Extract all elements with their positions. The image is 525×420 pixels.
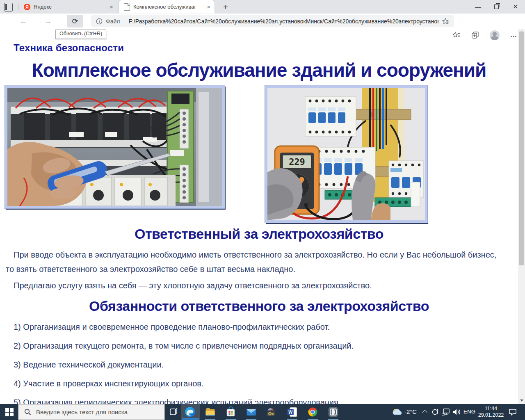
- web-page: Техника безопасности Комплексное обслужи…: [0, 29, 525, 404]
- task-view-button[interactable]: [166, 404, 182, 420]
- tab-yandex-title: Яндекс: [34, 4, 52, 10]
- start-button[interactable]: [0, 404, 18, 420]
- page-title: Комплексное обслуживание зданий и сооруж…: [0, 59, 518, 81]
- paragraph-1: При вводе объекта в эксплуатацию необход…: [6, 248, 503, 276]
- weather-cloud-icon[interactable]: [392, 408, 403, 416]
- run-indicator: [308, 419, 318, 420]
- taskbar-search-box[interactable]: Введите здесь текст для поиска: [18, 404, 165, 420]
- profile-avatar[interactable]: [490, 30, 500, 40]
- tab-separator: [18, 4, 18, 10]
- taskbar-explorer-button[interactable]: [205, 406, 216, 418]
- taskbar-word-button[interactable]: [287, 406, 298, 418]
- network-icon[interactable]: [441, 409, 450, 415]
- address-url-text: F:/Разработка%20сайтов/Сайт%20обслуживан…: [128, 18, 438, 25]
- section2-heading: Обязанности ответственного за электрохоз…: [0, 298, 518, 314]
- edge-run-indicator: [182, 418, 199, 420]
- taskbar-wallet-app-button[interactable]: [265, 406, 276, 418]
- new-tab-button[interactable]: +: [220, 1, 231, 13]
- address-scheme-label: Файл: [106, 18, 120, 25]
- chrome-icon: [307, 406, 318, 418]
- word-icon: [287, 406, 298, 418]
- tray-time: 11:44: [475, 405, 507, 412]
- page-favicon-icon: [124, 3, 130, 11]
- yandex-favicon-icon: Я: [24, 4, 30, 10]
- run-indicator: [205, 419, 215, 420]
- refresh-icon: ⟳: [72, 17, 78, 26]
- browser-tab-bar: Я Яндекс × Комплексное обслуживание зд ×…: [0, 0, 525, 14]
- window-close-button[interactable]: ×: [506, 0, 525, 13]
- photo1-illustration: [7, 88, 222, 206]
- avatar-head: [493, 32, 497, 36]
- vertical-tabs-icon[interactable]: [4, 3, 13, 11]
- taskbar-chrome-button[interactable]: [307, 406, 318, 418]
- run-indicator: [226, 419, 236, 420]
- mail-icon: [246, 406, 257, 418]
- taskbar-mail-button[interactable]: [246, 406, 257, 418]
- search-placeholder: Введите здесь текст для поиска: [36, 409, 128, 415]
- tray-chevron-up-icon[interactable]: [422, 410, 427, 415]
- tray-date: 29.01.2022: [475, 412, 507, 418]
- photo-multimeter-breakers: 229: [265, 85, 427, 223]
- tab-yandex[interactable]: Я Яндекс ×: [20, 0, 117, 14]
- add-favorite-star-icon[interactable]: [442, 18, 449, 25]
- scroll-down-icon[interactable]: [518, 397, 525, 404]
- tab-active-maintenance[interactable]: Комплексное обслуживание зд ×: [119, 0, 215, 14]
- tray-app-icon[interactable]: [431, 409, 439, 415]
- address-divider: [124, 18, 124, 24]
- section1-heading: Ответственный за электрохозяйство: [0, 226, 518, 242]
- browser-toolbar: ← → ⟳ Файл F:/Разработка%20сайтов/Сайт%2…: [0, 14, 525, 29]
- action-center-icon[interactable]: [509, 409, 517, 415]
- run-indicator: [287, 419, 297, 420]
- scrollbar-thumb[interactable]: [519, 32, 524, 265]
- run-indicator: [328, 419, 338, 420]
- window-restore-button[interactable]: [487, 0, 506, 13]
- page-scrollbar[interactable]: [518, 29, 525, 404]
- info-icon: [96, 18, 103, 25]
- list-item-5: 5) Организация периодических электрофизи…: [14, 398, 338, 404]
- window-minimize-button[interactable]: —: [469, 0, 487, 13]
- list-item-1: 1) Оргаганизация и своевременное проведе…: [14, 322, 330, 332]
- file-explorer-icon: [205, 406, 216, 418]
- refresh-tooltip: Обновить (Ctrl+R): [55, 30, 106, 39]
- task-view-icon: [169, 407, 178, 416]
- search-icon: [24, 409, 31, 415]
- taskbar-snip-app-button[interactable]: [328, 406, 339, 418]
- tab-active-title: Комплексное обслуживание зд: [133, 4, 195, 10]
- volume-icon[interactable]: [452, 409, 461, 415]
- list-item-3: 3) Ведение технической документации.: [14, 360, 164, 370]
- taskbar-store-button[interactable]: [225, 406, 236, 418]
- list-item-4: 4) Участие в проверках инспектирующих ор…: [14, 379, 204, 388]
- tray-temperature[interactable]: -2°C: [404, 408, 417, 415]
- favorites-icon[interactable]: [452, 31, 461, 39]
- photo-electrical-panel-screwdriver: [5, 85, 225, 208]
- list-item-2: 2) Организация текущего ремонта, в том ч…: [14, 341, 354, 351]
- settings-more-icon[interactable]: …: [508, 29, 519, 41]
- tray-clock[interactable]: 11:44 29.01.2022: [475, 405, 507, 418]
- refresh-button[interactable]: ⟳: [67, 15, 83, 27]
- address-bar[interactable]: Файл F:/Разработка%20сайтов/Сайт%20обслу…: [91, 15, 454, 27]
- snip-brackets-icon: [328, 406, 339, 418]
- windows-taskbar: Введите здесь текст для поиска: [0, 404, 525, 420]
- tab-close-icon[interactable]: ×: [110, 4, 113, 10]
- taskbar-edge-button[interactable]: [185, 406, 196, 418]
- forward-icon[interactable]: →: [41, 14, 55, 29]
- back-icon[interactable]: ←: [16, 14, 30, 29]
- multimeter-display: 229: [289, 157, 305, 167]
- store-icon: [225, 406, 236, 418]
- windows-logo-icon: [5, 408, 14, 416]
- restore-icon: [494, 5, 499, 9]
- safety-link[interactable]: Техника безопасности: [14, 42, 124, 54]
- wallet-key-app-icon: [265, 406, 276, 418]
- tray-language[interactable]: ENG: [463, 409, 475, 415]
- photo2-illustration: 229: [267, 88, 425, 220]
- edge-icon: [185, 406, 196, 418]
- run-indicator: [246, 419, 256, 420]
- paragraph-2: Предлагаю услугу взять на себя — эту хло…: [6, 278, 503, 293]
- collections-icon[interactable]: [471, 31, 479, 39]
- tab-close-icon[interactable]: ×: [207, 4, 210, 10]
